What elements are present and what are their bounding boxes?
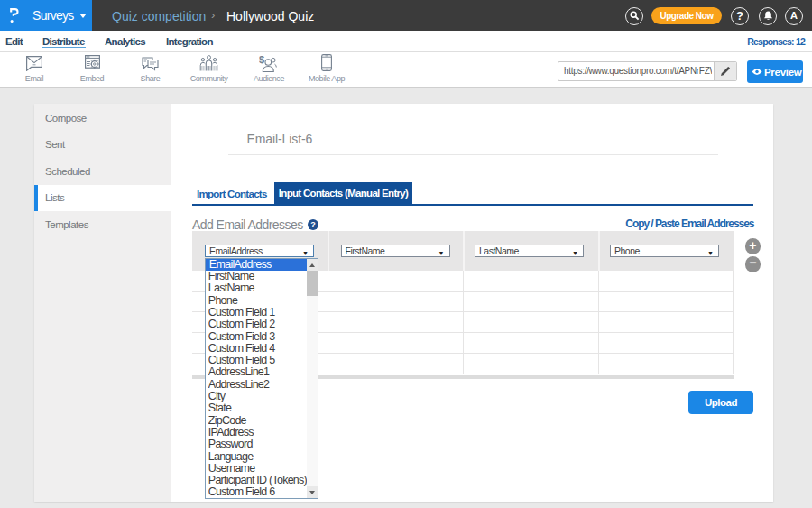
svg-text:$: $ xyxy=(259,54,264,65)
